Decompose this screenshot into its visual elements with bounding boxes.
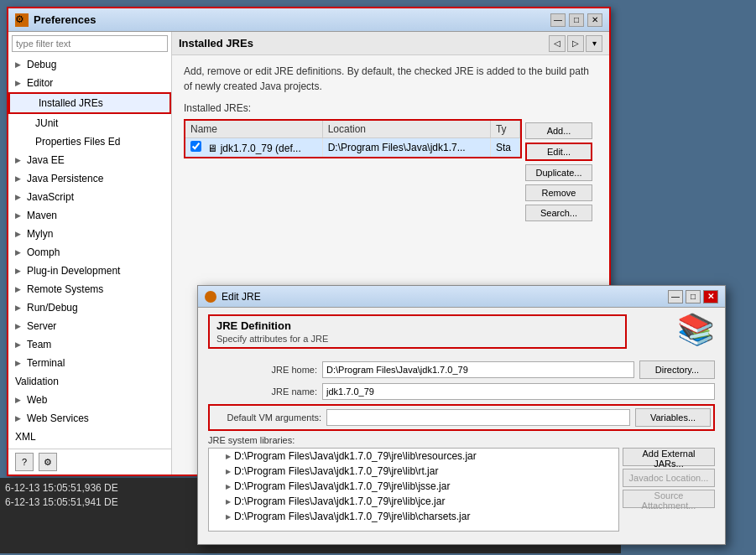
jre-table-section: Name Location Ty 🖥 jdk1.7.0_79 (def... [184,119,522,225]
sidebar-item-label: Terminal [27,355,65,371]
help-button[interactable]: ? [15,453,34,471]
list-item[interactable]: ▶ D:\Program Files\Java\jdk1.7.0_79\jre\… [209,494,618,509]
jre-location-cell: D:\Program Files\Java\jdk1.7... [322,138,490,158]
sidebar-tree[interactable]: ▶ Debug ▶ Editor Installed JREs JUnit Pr… [8,55,171,449]
sidebar-item-java-persistence[interactable]: ▶ Java Persistence [8,169,171,188]
sidebar-item-mylyn[interactable]: ▶ Mylyn [8,225,171,243]
sidebar-item-properties[interactable]: Properties Files Ed [8,132,171,151]
sidebar-item-javascript[interactable]: ▶ JavaScript [8,188,171,206]
nav-forward-button[interactable]: ▷ [567,35,584,52]
preferences-title: Preferences [34,13,96,26]
sidebar-item-installed-jres[interactable]: Installed JREs [8,92,171,114]
filter-input[interactable] [12,35,168,52]
dialog-controls: — □ ✕ [668,290,718,303]
sidebar-item-label: XML [15,429,36,444]
lib-buttons: Add External JARs... Javadoc Location...… [623,448,715,532]
sidebar-item-label: Properties Files Ed [35,134,120,149]
default-vm-label: Default VM arguments: [212,412,321,423]
close-button[interactable]: ✕ [587,13,602,27]
lib-path: D:\Program Files\Java\jdk1.7.0_79\jre\li… [234,480,450,492]
nav-dropdown-button[interactable]: ▾ [586,35,602,52]
panel-toolbar: Installed JREs ◁ ▷ ▾ [172,32,609,55]
sidebar-item-label: Plug-in Development [27,263,120,278]
libraries-area: ▶ D:\Program Files\Java\jdk1.7.0_79\jre\… [208,448,715,532]
arrow-icon: ▶ [15,282,23,297]
sidebar-item-label: Mylyn [27,226,53,241]
jre-name-input[interactable] [322,383,715,400]
dialog-minimize-button[interactable]: — [668,290,683,303]
arrow-icon: ▶ [15,245,23,260]
default-vm-input[interactable] [326,409,630,426]
sidebar-item-label: Remote Systems [27,282,103,297]
sidebar-item-plugin-dev[interactable]: ▶ Plug-in Development [8,262,171,280]
sidebar-item-java-ee[interactable]: ▶ Java EE [8,151,171,169]
sidebar-item-web[interactable]: ▶ Web [8,391,171,409]
sidebar-item-editor[interactable]: ▶ Editor [8,74,171,92]
dialog-heading: JRE Definition [216,319,618,332]
variables-button[interactable]: Variables... [635,408,711,427]
jre-section: Name Location Ty 🖥 jdk1.7.0_79 (def... [184,119,597,225]
list-item[interactable]: ▶ D:\Program Files\Java\jdk1.7.0_79\jre\… [209,449,618,464]
dialog-close-button[interactable]: ✕ [703,290,718,303]
add-external-jars-button[interactable]: Add External JARs... [623,448,715,466]
dialog-titlebar: Edit JRE — □ ✕ [198,286,725,308]
sidebar-item-team[interactable]: ▶ Team [8,335,171,354]
sidebar-item-remote-systems[interactable]: ▶ Remote Systems [8,280,171,298]
dialog-maximize-button[interactable]: □ [686,290,701,303]
list-item[interactable]: ▶ D:\Program Files\Java\jdk1.7.0_79\jre\… [209,509,618,524]
maximize-button[interactable]: □ [569,13,584,27]
jre-name-row: JRE name: [208,383,715,400]
remove-button[interactable]: Remove [525,184,592,201]
jre-home-input[interactable] [322,361,634,378]
sidebar-item-label: Maven [27,208,57,223]
source-attachment-button[interactable]: Source Attachment... [623,490,715,508]
arrow-icon: ▶ [15,57,23,72]
search-button[interactable]: Search... [525,205,592,221]
arrow-icon: ▶ [15,171,23,186]
jre-checkbox[interactable] [190,141,201,152]
sidebar-item-label: Team [27,337,51,352]
jre-home-label: JRE home: [208,365,317,375]
nav-back-button[interactable]: ◁ [549,35,566,52]
preferences-btn[interactable]: ⚙ [39,453,57,471]
panel-title: Installed JREs [179,37,253,49]
libraries-list[interactable]: ▶ D:\Program Files\Java\jdk1.7.0_79\jre\… [208,448,619,532]
list-item[interactable]: ▶ D:\Program Files\Java\jdk1.7.0_79\jre\… [209,464,618,479]
sidebar-item-web-services[interactable]: ▶ Web Services [8,409,171,428]
sidebar-item-debug[interactable]: ▶ Debug [8,55,171,74]
sidebar-item-oomph[interactable]: ▶ Oomph [8,243,171,262]
arrow-icon: ▶ [15,319,23,334]
directory-button[interactable]: Directory... [639,360,715,379]
sidebar: ▶ Debug ▶ Editor Installed JREs JUnit Pr… [8,32,172,475]
javadoc-location-button[interactable]: Javadoc Location... [623,469,715,487]
jre-table: Name Location Ty 🖥 jdk1.7.0_79 (def... [185,121,520,157]
list-item[interactable]: ▶ D:\Program Files\Java\jdk1.7.0_79\jre\… [209,479,618,494]
dialog-title-area: Edit JRE [205,291,261,303]
sidebar-item-run-debug[interactable]: ▶ Run/Debug [8,298,171,317]
dialog-subheading: Specify attributes for a JRE [216,334,618,344]
jre-button-section: Add... Edit... Duplicate... Remove Searc… [522,119,597,225]
sidebar-item-xml[interactable]: XML [8,428,171,446]
arrow-icon: ▶ [15,208,23,223]
sidebar-item-server[interactable]: ▶ Server [8,317,171,335]
sidebar-item-terminal[interactable]: ▶ Terminal [8,354,171,372]
arrow-icon: ▶ [15,75,23,91]
arrow-icon: ▶ [15,226,23,241]
sidebar-item-validation[interactable]: Validation [8,372,171,391]
edit-button[interactable]: Edit... [525,143,592,161]
duplicate-button[interactable]: Duplicate... [525,164,592,181]
arrow-icon: ▶ [226,513,231,521]
add-button[interactable]: Add... [525,122,592,139]
sidebar-item-junit[interactable]: JUnit [8,114,171,132]
table-row[interactable]: 🖥 jdk1.7.0_79 (def... D:\Program Files\J… [185,138,520,158]
dialog-content: JRE Definition Specify attributes for a … [198,308,725,538]
sidebar-item-label: Web [27,392,47,407]
jre-name-label: JRE name: [208,386,317,397]
titlebar-left: ⚙ Preferences [15,13,96,27]
minimize-button[interactable]: — [550,13,566,27]
libraries-label: JRE system libraries: [208,435,715,445]
sidebar-item-label: Java Persistence [27,171,103,186]
sidebar-item-maven[interactable]: ▶ Maven [8,206,171,225]
lib-path: D:\Program Files\Java\jdk1.7.0_79\jre\li… [234,511,470,522]
col-type: Ty [490,121,519,138]
